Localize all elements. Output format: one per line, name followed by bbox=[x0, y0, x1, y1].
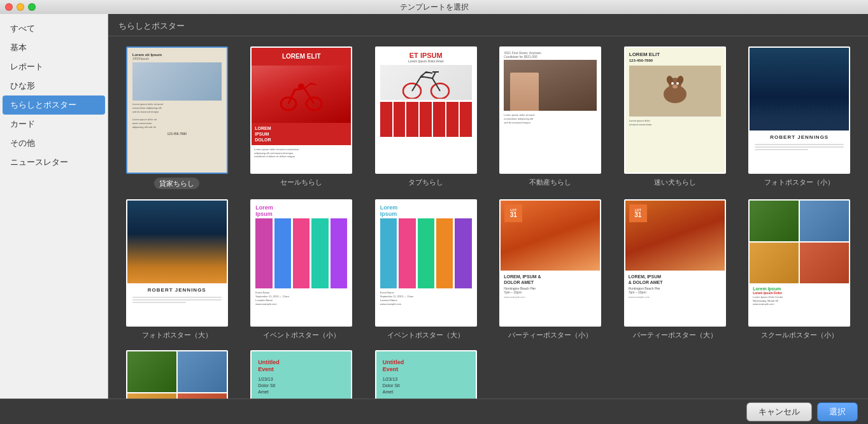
template-thumb-event-lg: LoremIpsum Event Name September 11, 2013… bbox=[375, 199, 477, 327]
template-label-rental: 貸家ちらし bbox=[154, 178, 199, 189]
template-realestate[interactable]: 4321 First Street, AnytownCandidate for … bbox=[492, 46, 609, 189]
school-lg-cell-4 bbox=[178, 393, 227, 399]
minimize-button[interactable] bbox=[17, 3, 24, 11]
sidebar-item-report[interactable]: レポート bbox=[0, 57, 108, 76]
template-rental[interactable]: Lorem sit Ipsum 1400/Ipsum Lorem ipsum d… bbox=[118, 46, 236, 189]
content-area: ちらしとポスター Lorem sit Ipsum 1400/Ipsum Lore… bbox=[108, 14, 868, 399]
school-cell-1 bbox=[750, 201, 799, 241]
template-thumb-untitled-lg: UntitledEvent 1/23/13Dolor SitAmet bbox=[375, 350, 477, 399]
scooter-icon bbox=[279, 77, 324, 112]
event-lg-title: LoremIpsum bbox=[380, 204, 472, 217]
template-thumb-event-sm: LoremIpsum Event Name September 11, 2013… bbox=[250, 199, 352, 327]
template-thumb-tab: ET IPSUM Lorem Ipsum Dolor:Amet bbox=[375, 46, 477, 174]
photoposter-sm-lines bbox=[750, 141, 849, 153]
template-untitled-sm[interactable]: UntitledEvent 1/23/13Dolor SitAmet bbox=[243, 350, 360, 399]
school-cell-2 bbox=[800, 201, 849, 241]
lostdog-text: Lorem ipsum dolor sit amet consectetur bbox=[629, 119, 721, 127]
tab-strips bbox=[380, 102, 472, 137]
rental-price: 1400/Ipsum bbox=[132, 57, 222, 60]
school-lg-cell-3 bbox=[127, 393, 176, 399]
window-controls[interactable] bbox=[5, 3, 36, 11]
svg-point-10 bbox=[671, 82, 674, 85]
sale-footer: LOREM IPSUM DOLOR bbox=[252, 123, 351, 145]
school-grid bbox=[750, 201, 849, 283]
school-lg-grid bbox=[127, 351, 227, 399]
rental-phone: 123.456.7890 bbox=[132, 132, 222, 136]
sidebar-item-shape[interactable]: ひな形 bbox=[0, 76, 108, 95]
untitled-sm-title: UntitledEvent bbox=[258, 359, 345, 374]
school-cell-3 bbox=[750, 243, 799, 283]
school-cell-4 bbox=[800, 243, 849, 283]
template-thumb-untitled-sm: UntitledEvent 1/23/13Dolor SitAmet bbox=[250, 350, 352, 399]
photoposter-sm-name: ROBERT JENNINGS bbox=[750, 131, 849, 141]
realestate-text: Lorem ipsum dolor sit amet consectetur a… bbox=[504, 113, 597, 125]
untitled-sm-date: 1/23/13Dolor SitAmet bbox=[258, 376, 345, 395]
template-label-photoposter-sm: フォトポスター（小） bbox=[764, 178, 834, 187]
select-button[interactable]: 選択 bbox=[817, 402, 858, 421]
tab-title: ET IPSUM bbox=[380, 52, 472, 59]
realestate-addr: 4321 First Street, AnytownCandidate for … bbox=[504, 51, 597, 59]
template-thumb-photoposter-sm: ROBERT JENNINGS bbox=[748, 46, 850, 174]
sidebar-item-all[interactable]: すべて bbox=[0, 19, 108, 38]
cancel-button[interactable]: キャンセル bbox=[746, 402, 812, 421]
window-title: テンプレートを選択 bbox=[400, 2, 469, 13]
party-sm-badge: LOT 31 bbox=[504, 204, 522, 222]
template-lostdog[interactable]: LOREM ELIT123-456-7890 bbox=[616, 46, 734, 189]
template-party-lg[interactable]: LOT 31 LOREM, IPSUM& DOLOR AMET Huntingt… bbox=[616, 199, 734, 339]
template-thumb-party-lg: LOT 31 LOREM, IPSUM& DOLOR AMET Huntingt… bbox=[624, 199, 726, 327]
sidebar-item-flyer[interactable]: ちらしとポスター bbox=[3, 95, 105, 115]
maximize-button[interactable] bbox=[28, 3, 36, 11]
template-label-school: スクールポスター（小） bbox=[761, 330, 838, 339]
svg-point-11 bbox=[676, 82, 679, 85]
template-thumb-rental: Lorem sit Ipsum 1400/Ipsum Lorem ipsum d… bbox=[126, 46, 228, 174]
template-label-event-lg: イベントポスター（大） bbox=[387, 330, 464, 339]
template-tab[interactable]: ET IPSUM Lorem Ipsum Dolor:Amet bbox=[367, 46, 485, 189]
template-label-lostdog: 迷い犬ちらし bbox=[654, 178, 696, 187]
sidebar-item-newsletter[interactable]: ニュースレター bbox=[0, 153, 108, 172]
sale-header: LOREM ELIT bbox=[252, 48, 351, 66]
template-label-tab: タブちらし bbox=[408, 178, 443, 187]
template-photoposter-lg[interactable]: ROBERT JENNINGS フォトポスター（大） bbox=[118, 199, 236, 339]
school-lg-cell-1 bbox=[127, 351, 176, 392]
party-sm-text: LOREM, IPSUM &DOLOR AMET Huntington Beac… bbox=[501, 271, 600, 302]
section-title: ちらしとポスター bbox=[108, 14, 868, 36]
template-photoposter-sm[interactable]: ROBERT JENNINGS フォトポスター（小） bbox=[741, 46, 858, 189]
event-sm-text: Event Name September 11, 2013 — 11am Loc… bbox=[255, 291, 347, 306]
close-button[interactable] bbox=[5, 3, 13, 11]
sidebar-item-other[interactable]: その他 bbox=[0, 134, 108, 153]
template-thumb-photoposter-lg: ROBERT JENNINGS bbox=[126, 199, 228, 327]
template-sale[interactable]: LOREM ELIT LOREM bbox=[243, 46, 360, 189]
template-label-photoposter-lg: フォトポスター（大） bbox=[142, 330, 212, 339]
template-untitled-lg[interactable]: UntitledEvent 1/23/13Dolor SitAmet bbox=[367, 350, 485, 399]
template-label-party-lg: パーティーポスター（大） bbox=[633, 330, 717, 339]
lostdog-img bbox=[629, 66, 721, 117]
main-content: すべて 基本 レポート ひな形 ちらしとポスター カード その他 ニュースレター… bbox=[0, 14, 868, 399]
svg-point-12 bbox=[672, 85, 678, 88]
party-lg-text: LOREM, IPSUM& DOLOR AMET Huntington Beac… bbox=[625, 271, 725, 302]
photoposter-lg-lines bbox=[127, 294, 227, 306]
untitled-lg-bg: UntitledEvent 1/23/13Dolor SitAmet bbox=[376, 351, 476, 399]
untitled-lg-title: UntitledEvent bbox=[383, 359, 469, 374]
template-school[interactable]: Lorem Ipsum Lorem Ipsum Dolor Lorem Ipsu… bbox=[741, 199, 858, 339]
template-event-lg[interactable]: LoremIpsum Event Name September 11, 2013… bbox=[367, 199, 485, 339]
sale-image bbox=[252, 66, 351, 123]
footer: キャンセル 選択 bbox=[0, 399, 868, 424]
template-label-realestate: 不動産ちらし bbox=[529, 178, 571, 187]
template-event-sm[interactable]: LoremIpsum Event Name September 11, 2013… bbox=[243, 199, 360, 339]
rental-image bbox=[132, 62, 222, 101]
template-thumb-party-sm: LOT 31 LOREM, IPSUM &DOLOR AMET Huntingt… bbox=[499, 199, 601, 327]
bike-icon bbox=[401, 67, 452, 99]
template-school-lg[interactable]: Lorem Ipsum Lorem Ipsum Dolor スクールポスター（大… bbox=[118, 350, 236, 399]
template-label-party-sm: パーティーポスター（小） bbox=[508, 330, 592, 339]
svg-point-2 bbox=[298, 83, 304, 90]
template-thumb-school-lg: Lorem Ipsum Lorem Ipsum Dolor bbox=[126, 350, 228, 399]
template-party-sm[interactable]: LOT 31 LOREM, IPSUM &DOLOR AMET Huntingt… bbox=[492, 199, 609, 339]
school-text: Lorem Ipsum Lorem Ipsum Dolor Lorem Ipsu… bbox=[750, 283, 849, 309]
untitled-lg-date: 1/23/13Dolor SitAmet bbox=[383, 376, 469, 395]
sidebar-item-basic[interactable]: 基本 bbox=[0, 38, 108, 57]
template-thumb-school: Lorem Ipsum Lorem Ipsum Dolor Lorem Ipsu… bbox=[748, 199, 850, 327]
event-sm-title: LoremIpsum bbox=[255, 204, 347, 217]
sidebar: すべて 基本 レポート ひな形 ちらしとポスター カード その他 ニュースレター bbox=[0, 14, 108, 399]
sidebar-item-card[interactable]: カード bbox=[0, 115, 108, 134]
template-thumb-realestate: 4321 First Street, AnytownCandidate for … bbox=[499, 46, 601, 174]
